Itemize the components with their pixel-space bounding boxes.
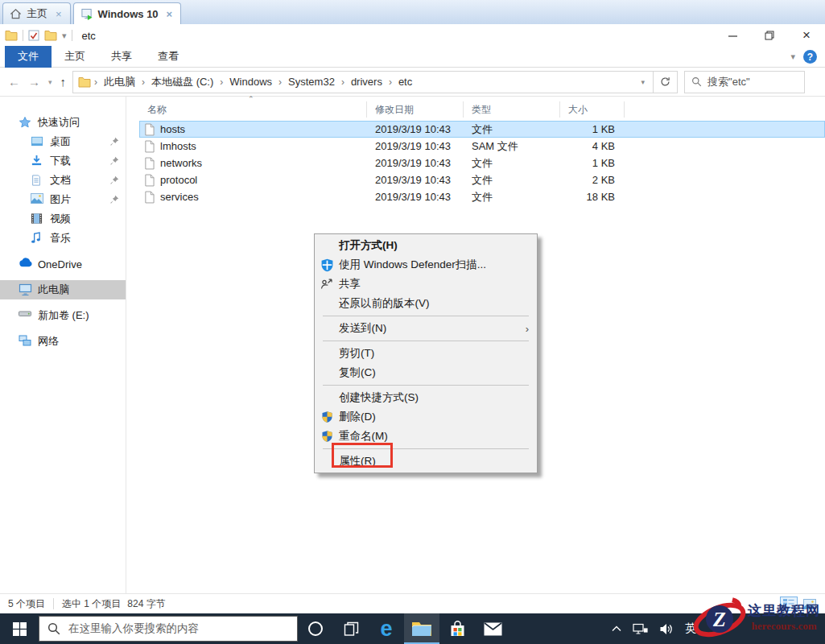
up-button[interactable]: ↑ bbox=[60, 75, 67, 89]
context-menu-item-0[interactable]: 打开方式(H) bbox=[315, 236, 537, 255]
mail-button[interactable] bbox=[475, 613, 510, 644]
context-menu-item-7[interactable]: 剪切(T) bbox=[315, 344, 537, 363]
sort-ascending-icon[interactable]: ⌃ bbox=[248, 95, 254, 103]
taskbar-search-placeholder: 在这里输入你要搜索的内容 bbox=[68, 621, 199, 636]
forward-button[interactable]: → bbox=[28, 75, 40, 89]
breadcrumb-item[interactable]: 此电脑 bbox=[101, 73, 138, 91]
sidebar-item-label: 新加卷 (E:) bbox=[38, 308, 89, 323]
menu-item-label: 发送到(N) bbox=[339, 321, 386, 336]
sidebar-item-label: 图片 bbox=[50, 192, 71, 207]
address-history-dropdown-icon[interactable]: ▾ bbox=[641, 78, 649, 86]
context-menu-item-2[interactable]: 共享 bbox=[315, 275, 537, 294]
search-icon bbox=[691, 76, 702, 87]
recent-locations-dropdown-icon[interactable]: ▾ bbox=[48, 78, 52, 86]
sidebar-item-music[interactable]: 音乐 bbox=[0, 229, 126, 248]
task-view-button[interactable] bbox=[333, 613, 369, 644]
minimize-button[interactable] bbox=[714, 25, 751, 46]
taskbar-search-box[interactable]: 在这里输入你要搜索的内容 bbox=[39, 616, 298, 642]
context-menu-item-11[interactable]: 删除(D) bbox=[315, 407, 537, 427]
column-header-3[interactable]: 大小 bbox=[560, 101, 625, 118]
sidebar-item-drive[interactable]: 新加卷 (E:) bbox=[0, 306, 126, 325]
file-row-networks[interactable]: networks2019/3/19 10:43文件1 KB bbox=[139, 155, 825, 171]
network-tray-icon[interactable] bbox=[633, 623, 648, 635]
breadcrumb-item[interactable]: Windows bbox=[226, 74, 275, 89]
file-size: 1 KB bbox=[560, 157, 625, 169]
column-header-1[interactable]: 修改日期 bbox=[367, 101, 464, 118]
store-button[interactable] bbox=[439, 613, 475, 644]
sidebar-item-computer[interactable]: 此电脑 bbox=[0, 280, 126, 299]
browser-tab-windows10[interactable]: Windows 10× bbox=[73, 2, 182, 24]
context-menu-item-8[interactable]: 复制(C) bbox=[315, 363, 537, 382]
file-row-services[interactable]: services2019/3/19 10:43文件18 KB bbox=[139, 188, 825, 205]
context-menu-item-10[interactable]: 创建快捷方式(S) bbox=[315, 388, 537, 407]
column-header-0[interactable]: 名称 bbox=[139, 101, 367, 118]
breadcrumb-item[interactable]: etc bbox=[395, 74, 415, 89]
context-menu: 打开方式(H)使用 Windows Defender扫描...共享还原以前的版本… bbox=[314, 233, 538, 473]
help-icon[interactable]: ? bbox=[803, 50, 817, 64]
file-explorer-button[interactable] bbox=[404, 613, 439, 644]
refresh-button[interactable] bbox=[654, 71, 678, 93]
ribbon-tab-3[interactable]: 查看 bbox=[145, 46, 192, 68]
sidebar-item-video[interactable]: 视频 bbox=[0, 209, 126, 229]
sidebar-item-document[interactable]: 文档 bbox=[0, 171, 126, 190]
start-button[interactable] bbox=[0, 613, 39, 644]
file-name: protocol bbox=[160, 174, 197, 186]
edge-icon: e bbox=[380, 618, 392, 640]
restore-button[interactable] bbox=[751, 25, 788, 46]
breadcrumb-item[interactable]: System32 bbox=[285, 74, 338, 89]
file-row-lmhosts[interactable]: lmhosts2019/3/19 10:43SAM 文件4 KB bbox=[139, 138, 825, 155]
breadcrumb[interactable]: ›此电脑›本地磁盘 (C:)›Windows›System32›drivers›… bbox=[72, 71, 654, 93]
context-menu-item-5[interactable]: 发送到(N)› bbox=[315, 319, 537, 338]
menu-item-label: 重命名(M) bbox=[339, 429, 388, 444]
edge-button[interactable]: e bbox=[369, 613, 404, 644]
folder-icon[interactable] bbox=[44, 30, 57, 41]
file-row-hosts[interactable]: hosts2019/3/19 10:43文件1 KB bbox=[139, 121, 825, 138]
explorer-title-bar: ▾ etc × bbox=[0, 24, 825, 47]
context-menu-item-1[interactable]: 使用 Windows Defender扫描... bbox=[315, 255, 537, 275]
sidebar-item-download[interactable]: 下载 bbox=[0, 151, 126, 171]
qat-customize-dropdown-icon[interactable]: ▾ bbox=[62, 31, 67, 41]
sidebar-item-label: OneDrive bbox=[38, 258, 82, 270]
menu-item-label: 打开方式(H) bbox=[339, 238, 398, 253]
sidebar-item-onedrive[interactable]: OneDrive bbox=[0, 254, 126, 274]
file-type: 文件 bbox=[464, 156, 560, 171]
window-title: etc bbox=[82, 30, 96, 42]
breadcrumb-item[interactable]: drivers bbox=[348, 74, 386, 89]
ribbon-tab-2[interactable]: 共享 bbox=[98, 46, 145, 68]
browser-tab-home[interactable]: 主页× bbox=[2, 2, 71, 24]
file-row-protocol[interactable]: protocol2019/3/19 10:43文件2 KB bbox=[139, 171, 825, 188]
show-hidden-icons-chevron-icon[interactable] bbox=[612, 625, 621, 632]
context-menu-item-3[interactable]: 还原以前的版本(V) bbox=[315, 294, 537, 313]
uac-shield-icon bbox=[315, 430, 339, 443]
breadcrumb-chevron-icon: › bbox=[278, 76, 282, 88]
checkmark-doc-icon[interactable] bbox=[28, 30, 39, 41]
tab-close-icon[interactable]: × bbox=[167, 8, 173, 20]
back-button[interactable]: ← bbox=[8, 75, 20, 89]
cortana-button[interactable] bbox=[298, 613, 333, 644]
file-name: services bbox=[160, 191, 199, 203]
ribbon-tab-bar: 文件主页共享查看 ▾ ? bbox=[0, 47, 825, 68]
sidebar-item-desktop[interactable]: 桌面 bbox=[0, 132, 126, 151]
browser-tab-bar: 主页×Windows 10× bbox=[0, 0, 825, 24]
share-icon bbox=[315, 278, 339, 291]
sidebar-item-pictures[interactable]: 图片 bbox=[0, 190, 126, 209]
tab-close-icon[interactable]: × bbox=[56, 8, 62, 20]
search-box[interactable]: 搜索"etc" bbox=[684, 71, 805, 93]
breadcrumb-chevron-icon: › bbox=[341, 76, 344, 88]
ribbon-expand-icon[interactable]: ▾ bbox=[790, 52, 795, 62]
search-icon bbox=[47, 622, 60, 635]
ribbon-tab-1[interactable]: 主页 bbox=[52, 46, 98, 68]
close-button[interactable]: × bbox=[788, 25, 825, 46]
sidebar-item-network[interactable]: 网络 bbox=[0, 332, 126, 351]
ribbon-tab-0[interactable]: 文件 bbox=[5, 46, 52, 68]
context-menu-item-14[interactable]: 属性(R) bbox=[315, 452, 537, 471]
breadcrumb-item[interactable]: 本地磁盘 (C:) bbox=[148, 73, 217, 91]
volume-icon[interactable] bbox=[659, 623, 674, 635]
watermark-url: herecours.com bbox=[745, 620, 823, 633]
column-header-2[interactable]: 类型 bbox=[464, 101, 560, 118]
file-date: 2019/3/19 10:43 bbox=[367, 123, 464, 135]
context-menu-item-12[interactable]: 重命名(M) bbox=[315, 427, 537, 446]
search-placeholder: 搜索"etc" bbox=[707, 75, 750, 89]
sidebar-item-star[interactable]: 快速访问 bbox=[0, 113, 126, 132]
folder-icon[interactable] bbox=[5, 30, 18, 41]
